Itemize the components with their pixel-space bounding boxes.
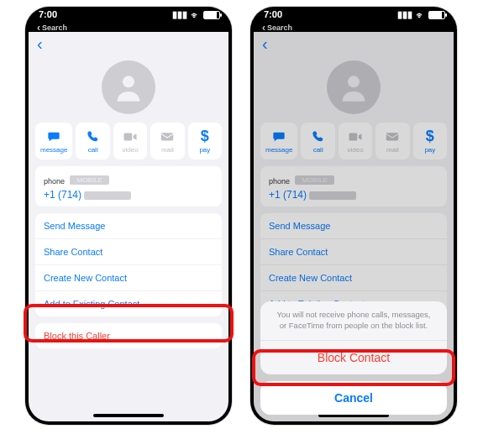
video-icon [123, 129, 138, 144]
quick-message[interactable]: message [35, 123, 72, 159]
notch [87, 7, 171, 22]
block-this-caller-row[interactable]: Block this Caller [35, 323, 222, 348]
avatar-placeholder-icon [102, 60, 155, 114]
add-to-existing-contact-row[interactable]: Add to Existing Contact [35, 291, 222, 316]
cancel-button[interactable]: Cancel [260, 381, 447, 415]
status-time: 7:00 [39, 9, 57, 19]
phone-number-masked [84, 191, 131, 200]
screen: ‹ message call video [254, 32, 454, 421]
contact-actions-list: Send Message Share Contact Create New Co… [35, 213, 222, 316]
signal-icon: ▮▮▮ [397, 9, 412, 20]
screen: ‹ message call video [29, 32, 228, 421]
message-icon [46, 129, 61, 144]
battery-icon [203, 11, 220, 19]
phone-number: +1 (714) [44, 189, 213, 201]
notch [312, 7, 396, 22]
quick-actions: message call video mail $ pay [29, 123, 228, 159]
phone-label-row: phone MOBILE [44, 172, 213, 187]
signal-icon: ▮▮▮ [172, 9, 187, 20]
send-message-row[interactable]: Send Message [35, 213, 222, 239]
home-indicator[interactable] [93, 414, 164, 417]
status-bar: 7:00 ▮▮▮ ᯤ Search [25, 7, 232, 32]
battery-icon [428, 11, 445, 19]
sheet-message: You will not receive phone calls, messag… [260, 301, 447, 341]
phone-badge: MOBILE [70, 175, 108, 185]
phone-label: phone [44, 177, 65, 186]
sheet-top-group: You will not receive phone calls, messag… [260, 301, 447, 374]
quick-mail-label: mail [161, 146, 174, 154]
back-button[interactable]: ‹ [37, 35, 43, 52]
dollar-icon: $ [201, 129, 209, 144]
avatar-container [29, 55, 228, 123]
nav-bar: ‹ [29, 32, 228, 55]
phone-number-card[interactable]: phone MOBILE +1 (714) [35, 166, 222, 207]
quick-video-label: video [122, 146, 138, 154]
create-new-contact-row[interactable]: Create New Contact [35, 265, 222, 291]
phone-left: 7:00 ▮▮▮ ᯤ Search ‹ message [25, 7, 232, 425]
svg-point-0 [123, 76, 134, 87]
mail-icon [160, 129, 175, 144]
status-time: 7:00 [264, 9, 282, 19]
phone-right: 7:00 ▮▮▮ ᯤ Search ‹ message [250, 7, 457, 425]
quick-call[interactable]: call [76, 123, 109, 159]
svg-rect-2 [161, 133, 173, 140]
wifi-icon: ᯤ [416, 10, 425, 20]
svg-rect-1 [124, 133, 133, 140]
status-icons: ▮▮▮ ᯤ [172, 9, 220, 20]
quick-message-label: message [40, 146, 67, 154]
phone-number-prefix: +1 (714) [44, 189, 81, 201]
action-sheet: You will not receive phone calls, messag… [260, 301, 447, 415]
quick-pay-label: pay [199, 146, 210, 154]
share-contact-row[interactable]: Share Contact [35, 239, 222, 265]
wifi-icon: ᯤ [191, 10, 200, 20]
quick-video[interactable]: video [113, 123, 147, 159]
block-list: Block this Caller [35, 323, 222, 348]
status-bar: 7:00 ▮▮▮ ᯤ Search [250, 7, 457, 32]
status-icons: ▮▮▮ ᯤ [397, 9, 445, 20]
quick-call-label: call [88, 146, 98, 154]
quick-mail[interactable]: mail [150, 123, 184, 159]
quick-pay[interactable]: $ pay [188, 123, 222, 159]
phone-icon [87, 129, 100, 144]
block-contact-button[interactable]: Block Contact [260, 341, 447, 374]
